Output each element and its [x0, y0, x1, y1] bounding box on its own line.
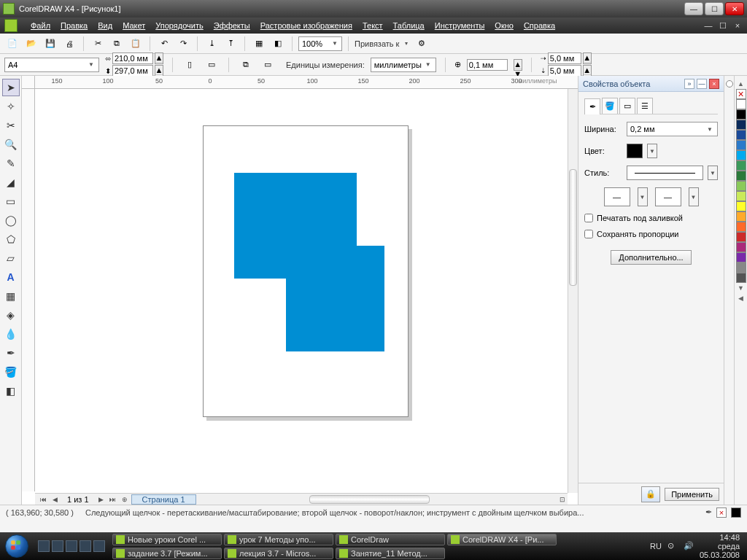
menu-tools[interactable]: Инструменты [435, 21, 485, 30]
chevron-down-icon[interactable]: ▼ [708, 166, 718, 180]
ruler-origin[interactable] [22, 76, 35, 89]
menu-arrange[interactable]: Упорядочить [155, 21, 203, 30]
docker-well[interactable] [724, 76, 734, 505]
rectangle-tool[interactable]: ▭ [2, 192, 20, 210]
snap-to-label[interactable]: Привязать к [355, 39, 399, 48]
horizontal-ruler[interactable]: 150 100 50 0 50 100 150 200 250 300 милл… [35, 76, 578, 89]
zoom-tool[interactable]: 🔍 [2, 136, 20, 153]
export-button[interactable]: ⤒ [222, 36, 239, 52]
menu-layout[interactable]: Макет [123, 21, 145, 30]
apply-button[interactable]: Применить [665, 488, 719, 501]
task-button[interactable]: задание 3.7 [Режим... [112, 548, 222, 559]
page-width-spinner[interactable]: ▲▼ [155, 52, 163, 64]
undo-button[interactable]: ↶ [156, 36, 172, 52]
color-swatch[interactable] [736, 252, 746, 262]
units-combo[interactable]: миллиметры ▼ [371, 58, 436, 72]
lock-button[interactable]: 🔒 [641, 486, 660, 502]
nudge-spinner[interactable]: ▲▼ [514, 59, 522, 71]
chevron-down-icon[interactable]: ▼ [705, 126, 714, 133]
dup-x-field[interactable]: 5,0 мм [548, 52, 581, 64]
fill-swatch[interactable] [731, 508, 741, 518]
ql-item[interactable] [80, 540, 91, 552]
dup-x-spinner[interactable]: ▲▼ [583, 52, 592, 64]
page-tab-1[interactable]: Страница 1 [131, 494, 196, 505]
portrait-button[interactable]: ▯ [182, 57, 198, 73]
next-page-button[interactable]: ▶ [96, 494, 107, 505]
vertical-ruler[interactable] [22, 89, 35, 491]
ql-item[interactable] [66, 540, 77, 552]
color-swatch[interactable] [736, 181, 746, 191]
new-button[interactable]: 📄 [4, 36, 20, 52]
chevron-down-icon[interactable]: ▼ [424, 61, 433, 68]
outline-width-combo[interactable]: 0,2 мм ▼ [627, 122, 718, 136]
basic-shapes-tool[interactable]: ▱ [2, 249, 20, 267]
chevron-down-icon[interactable]: ▼ [689, 187, 699, 206]
color-swatch[interactable] [736, 222, 746, 232]
color-swatch[interactable] [736, 262, 746, 273]
dup-y-field[interactable]: 5,0 мм [548, 65, 581, 77]
redo-button[interactable]: ↷ [175, 36, 191, 52]
eyedropper-tool[interactable]: 💧 [2, 325, 20, 343]
chevron-down-icon[interactable]: ▼ [638, 187, 648, 206]
shape-rect-2[interactable] [286, 246, 384, 351]
app-launcher-button[interactable]: ▦ [251, 36, 267, 52]
prev-page-button[interactable]: ◀ [50, 494, 60, 505]
menu-edit[interactable]: Правка [61, 21, 88, 30]
start-arrow-combo[interactable]: — [604, 187, 630, 206]
minimize-button[interactable]: — [684, 2, 703, 15]
clock[interactable]: 14:48 среда 05.03.2008 [700, 533, 740, 559]
crop-tool[interactable]: ✂ [2, 117, 20, 134]
behind-fill-checkbox[interactable]: Печатать под заливкой [584, 214, 718, 222]
mdi-close-icon[interactable]: × [732, 21, 743, 30]
color-swatch[interactable] [736, 99, 746, 109]
swatch-none[interactable]: × [736, 89, 746, 99]
zoom-input[interactable] [302, 39, 331, 48]
ql-item[interactable] [38, 540, 50, 552]
menu-text[interactable]: Текст [363, 21, 383, 30]
outline-swatch[interactable]: × [716, 508, 727, 518]
menu-window[interactable]: Окно [495, 21, 514, 30]
menu-view[interactable]: Вид [98, 21, 112, 30]
task-button[interactable]: CorelDRAW X4 - [Ри... [447, 534, 557, 545]
table-tool[interactable]: ▦ [2, 287, 20, 305]
all-pages-button[interactable]: ⧉ [238, 57, 254, 73]
scale-with-input[interactable] [584, 230, 593, 238]
color-swatch[interactable] [736, 140, 746, 150]
maximize-button[interactable]: ☐ [705, 2, 724, 15]
ql-item[interactable] [52, 540, 63, 552]
tab-outline-pen[interactable]: ✒ [584, 98, 600, 114]
tab-general[interactable]: ▭ [619, 98, 635, 114]
close-button[interactable]: ✕ [725, 2, 744, 15]
polygon-tool[interactable]: ⬠ [2, 230, 20, 248]
dup-y-spinner[interactable]: ▲▼ [583, 65, 592, 77]
cut-button[interactable]: ✂ [90, 36, 106, 52]
add-page-button[interactable]: ⊕ [120, 494, 130, 505]
palette-up-icon[interactable]: ▲ [738, 79, 744, 89]
color-swatch[interactable] [736, 171, 746, 181]
import-button[interactable]: ⤓ [204, 36, 220, 52]
task-button[interactable]: Занятие_11 Метод... [336, 548, 445, 559]
advanced-button[interactable]: Дополнительно... [611, 250, 691, 265]
color-swatch[interactable] [736, 242, 746, 252]
color-dropdown-icon[interactable]: ▼ [647, 144, 657, 158]
menu-table[interactable]: Таблица [393, 21, 425, 30]
page-height-field[interactable]: 297,0 мм [112, 65, 153, 77]
outline-pen-icon[interactable]: ✒ [705, 508, 712, 517]
outline-style-combo[interactable] [627, 166, 703, 180]
first-page-button[interactable]: ⏮ [38, 494, 48, 505]
freehand-tool[interactable]: ✎ [2, 155, 20, 172]
page-width-field[interactable]: 210,0 мм [112, 52, 153, 64]
print-button[interactable]: 🖨 [61, 36, 77, 52]
horizontal-scrollbar[interactable] [206, 495, 550, 504]
menu-bitmaps[interactable]: Растровые изображения [260, 21, 352, 30]
color-swatch[interactable] [736, 109, 746, 120]
snap-dropdown-icon[interactable]: ▾ [402, 40, 411, 47]
chevron-down-icon[interactable]: ▼ [87, 61, 96, 68]
page-height-spinner[interactable]: ▲▼ [155, 65, 163, 77]
options-button[interactable]: ⚙ [414, 36, 430, 52]
interactive-tool[interactable]: ◈ [2, 306, 20, 324]
behind-fill-input[interactable] [584, 214, 593, 222]
docker-expand-button[interactable]: » [684, 79, 694, 89]
menu-file[interactable]: Файл [31, 21, 50, 30]
save-button[interactable]: 💾 [42, 36, 58, 52]
